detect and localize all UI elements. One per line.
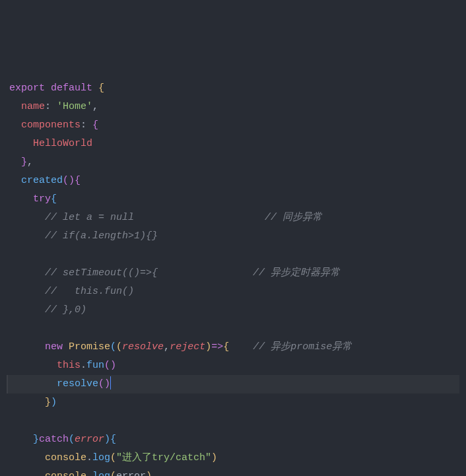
comment: // 同步异常 <box>265 212 322 223</box>
dot: . <box>86 452 92 463</box>
code-line-6: created(){ <box>7 172 459 190</box>
dot: . <box>86 471 92 476</box>
parens: () <box>104 360 116 371</box>
keyword-new: new <box>45 341 63 353</box>
brace: { <box>223 341 229 353</box>
code-line-9: // if(a.length>1){} <box>7 227 459 246</box>
paren: ) <box>51 397 57 408</box>
paren: ) <box>146 471 152 476</box>
code-line-18: console.log("进入了try/catch") <box>7 449 459 467</box>
brace: } <box>33 434 39 445</box>
keyword-try: try <box>33 193 51 205</box>
paren: ) <box>205 341 211 353</box>
comment: // let a = null <box>45 212 134 223</box>
dot: . <box>81 360 86 371</box>
code-line-13: new Promise((resolve,reject)=>{ // 异步pro… <box>7 338 459 357</box>
keyword-catch: catch <box>39 434 69 445</box>
identifier: HelloWorld <box>33 138 92 149</box>
parens: () <box>98 378 110 390</box>
paren: ( <box>110 471 116 476</box>
code-line-5: }, <box>7 153 459 172</box>
string-literal: "进入了try/catch" <box>116 452 211 463</box>
paren: ) <box>104 434 110 445</box>
comment: // this.fun() <box>45 286 134 297</box>
identifier-error: error <box>116 471 146 476</box>
code-line-2: name: 'Home', <box>7 98 459 116</box>
code-line-blank-3 <box>7 412 459 430</box>
comma: , <box>27 156 33 168</box>
param-error: error <box>75 434 104 445</box>
code-line-8: // let a = null // 同步异常 <box>7 209 459 227</box>
cursor <box>110 376 111 390</box>
code-line-14: this.fun() <box>7 357 459 375</box>
method-fun: fun <box>86 360 104 371</box>
comment: // 异步promise异常 <box>253 341 352 353</box>
code-line-4: HelloWorld <box>7 135 459 153</box>
brace: { <box>110 434 116 445</box>
code-line-1: export default { <box>7 79 459 98</box>
code-line-blank-2 <box>7 320 459 338</box>
code-line-19: console.log(error) <box>7 467 459 476</box>
code-editor[interactable]: export default { name: 'Home', component… <box>7 79 459 476</box>
code-line-7: try{ <box>7 190 459 209</box>
paren: ( <box>69 434 75 445</box>
keyword-export: export <box>9 83 45 94</box>
paren: ( <box>110 341 116 353</box>
colon: : <box>45 101 51 112</box>
comment: // },0) <box>45 304 86 316</box>
colon: : <box>81 119 86 131</box>
property-name: name <box>21 101 45 112</box>
code-line-blank-1 <box>7 246 459 264</box>
comma: , <box>92 101 98 112</box>
comment: // if(a.length>1){} <box>45 230 158 242</box>
comment: // 异步定时器异常 <box>253 267 340 279</box>
method-log: log <box>92 452 110 463</box>
brace: { <box>98 83 104 94</box>
console-object: console <box>45 452 86 463</box>
keyword-this: this <box>57 360 81 371</box>
brace: { <box>51 193 57 205</box>
brace: { <box>92 119 98 131</box>
param-resolve: resolve <box>122 341 164 353</box>
comment: // setTimeout(()=>{ <box>45 267 158 279</box>
paren: ( <box>116 341 122 353</box>
string-literal: 'Home' <box>57 101 92 112</box>
paren: ) <box>211 452 217 463</box>
code-line-3: components: { <box>7 116 459 135</box>
method-created: created <box>21 175 63 186</box>
code-line-11: // this.fun() <box>7 283 459 301</box>
param-reject: reject <box>170 341 205 353</box>
code-line-16: }) <box>7 393 459 412</box>
property-components: components <box>21 119 81 131</box>
arrow: => <box>211 341 223 353</box>
code-line-12: // },0) <box>7 301 459 320</box>
paren: ( <box>110 452 116 463</box>
parens: () <box>63 175 75 186</box>
code-line-15-active: resolve() <box>7 375 459 393</box>
class-promise: Promise <box>69 341 110 353</box>
method-log: log <box>92 471 110 476</box>
brace: } <box>21 156 27 168</box>
keyword-default: default <box>51 83 92 94</box>
code-line-10: // setTimeout(()=>{ // 异步定时器异常 <box>7 264 459 283</box>
brace: } <box>45 397 51 408</box>
comma: , <box>164 341 170 353</box>
function-resolve: resolve <box>57 378 98 390</box>
console-object: console <box>45 471 86 476</box>
brace: { <box>75 175 81 186</box>
code-line-17: }catch(error){ <box>7 430 459 449</box>
